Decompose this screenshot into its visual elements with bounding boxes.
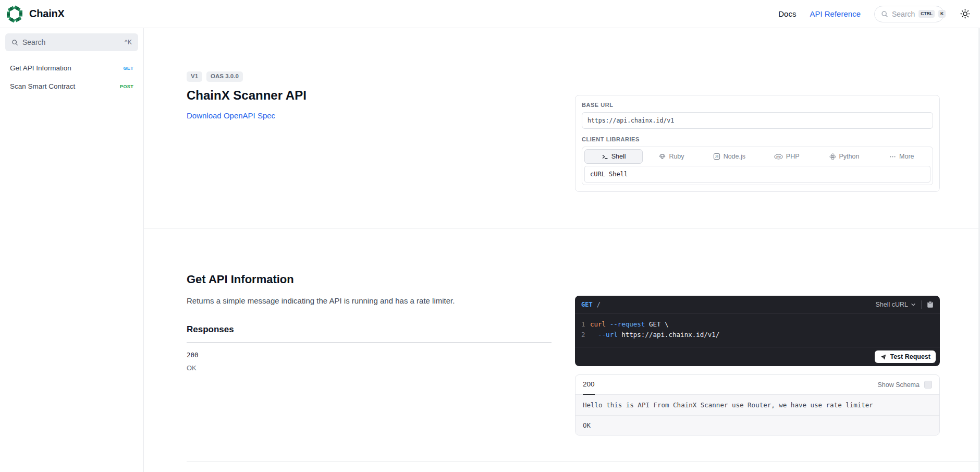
tab-label: Python [839, 153, 860, 160]
tab-php[interactable]: php PHP [758, 149, 815, 164]
method-badge-get: GET [123, 66, 133, 71]
show-schema-checkbox[interactable] [924, 381, 932, 389]
code-token: --url [590, 331, 621, 338]
code-token: https://api.chainx.id/v1/ [621, 331, 719, 338]
python-icon [829, 153, 836, 160]
response-panel-header: 200 Show Schema [575, 375, 939, 395]
sidebar-search-shortcut: ^K [125, 39, 132, 46]
server-card: BASE URL https://api.chainx.id/v1 CLIENT… [575, 95, 940, 192]
svg-text:JS: JS [715, 155, 718, 158]
sidebar-nav: Get API Information GET Scan Smart Contr… [5, 59, 138, 95]
sidebar-search[interactable]: Search ^K [5, 33, 138, 51]
line-number: 1 [581, 319, 590, 330]
chevron-down-icon [911, 302, 916, 307]
next-section-divider [187, 462, 980, 462]
language-selector[interactable]: Shell cURL [875, 301, 916, 308]
terminal-icon [602, 153, 608, 160]
request-method: GET [581, 301, 593, 308]
base-url-input[interactable]: https://api.chainx.id/v1 [582, 112, 933, 129]
kbd-k: K [938, 10, 946, 18]
code-block[interactable]: 1curl --request GET \ 2 --url https://ap… [575, 313, 940, 347]
request-example-footer: Test Request [575, 347, 940, 366]
version-badge: V1 [187, 71, 202, 82]
client-library-example[interactable]: cURL Shell [584, 166, 930, 183]
spec-badges: V1 OAS 3.0.0 [187, 71, 552, 82]
clipboard-icon [927, 301, 934, 308]
download-openapi-link[interactable]: Download OpenAPI Spec [187, 111, 275, 120]
tab-python[interactable]: Python [815, 149, 873, 164]
response-status-text: OK [575, 416, 939, 435]
header-search[interactable]: Search CTRL K [874, 6, 944, 22]
operation-left: Get API Information Returns a simple mes… [187, 228, 552, 435]
tab-label: PHP [786, 153, 800, 160]
svg-text:php: php [776, 155, 781, 158]
tab-ruby[interactable]: Ruby [643, 149, 700, 164]
tab-shell[interactable]: Shell [584, 149, 643, 164]
client-libraries-label: CLIENT LIBRARIES [582, 136, 933, 142]
main-content: V1 OAS 3.0.0 ChainX Scanner API Download… [144, 28, 980, 472]
nodejs-icon: JS [713, 153, 720, 160]
app-header: ChainX Docs API Reference Search CTRL K [0, 0, 980, 28]
code-token: --request [610, 320, 649, 328]
line-number: 2 [581, 330, 590, 340]
request-example-card: GET / Shell cURL [575, 296, 940, 366]
sidebar-item-scan-smart-contract[interactable]: Scan Smart Contract POST [5, 78, 138, 95]
response-description: OK [187, 364, 552, 372]
operation-section: Get API Information Returns a simple mes… [144, 228, 980, 435]
tab-label: Shell [611, 153, 626, 160]
nav-api-reference[interactable]: API Reference [810, 9, 861, 18]
paper-plane-icon [880, 354, 887, 360]
language-selector-label: Shell cURL [875, 301, 908, 308]
header-nav: Docs API Reference Search CTRL K [778, 6, 972, 22]
tab-label: Node.js [724, 153, 745, 160]
sidebar-item-get-api-information[interactable]: Get API Information GET [5, 59, 138, 77]
show-schema-control: Show Schema [877, 381, 932, 389]
client-library-tabs: Shell Ruby JS [584, 149, 930, 164]
chainx-logo-icon [5, 5, 24, 23]
responses-heading: Responses [187, 324, 552, 343]
brand-name: ChainX [29, 8, 65, 20]
tab-nodejs[interactable]: JS Node.js [701, 149, 758, 164]
operation-title: Get API Information [187, 273, 552, 286]
tab-more[interactable]: More [873, 149, 930, 164]
code-token: GET \ [649, 320, 669, 328]
header-search-placeholder: Search [892, 10, 915, 18]
sidebar-item-label: Scan Smart Contract [10, 82, 75, 90]
response-code: 200 [187, 351, 552, 359]
ellipsis-icon [889, 153, 896, 160]
client-libraries: Shell Ruby JS [582, 147, 933, 185]
copy-button[interactable] [927, 301, 934, 308]
sidebar-search-placeholder: Search [22, 38, 45, 46]
test-request-label: Test Request [890, 353, 930, 360]
intro-right: BASE URL https://api.chainx.id/v1 CLIENT… [575, 28, 940, 228]
intro-section: V1 OAS 3.0.0 ChainX Scanner API Download… [144, 28, 980, 228]
header-divider [921, 300, 922, 309]
ruby-gem-icon [659, 153, 666, 160]
oas-badge: OAS 3.0.0 [206, 71, 243, 82]
intro-left: V1 OAS 3.0.0 ChainX Scanner API Download… [187, 28, 552, 228]
theme-toggle-button[interactable] [959, 7, 972, 20]
method-badge-post: POST [120, 84, 133, 89]
kbd-ctrl: CTRL [918, 10, 935, 18]
app-root: ChainX Docs API Reference Search CTRL K [0, 0, 980, 472]
search-icon [881, 10, 888, 18]
tab-label: Ruby [669, 153, 684, 160]
nav-docs[interactable]: Docs [778, 9, 796, 18]
response-tab-200[interactable]: 200 [583, 375, 595, 395]
php-icon: php [774, 154, 783, 160]
sidebar-item-label: Get API Information [10, 64, 71, 72]
brand[interactable]: ChainX [5, 5, 65, 23]
response-body-text: Hello this is API From ChainX Scanner us… [575, 395, 939, 416]
code-token: curl [590, 320, 610, 328]
response-panel: 200 Show Schema Hello this is API From C… [575, 374, 940, 435]
show-schema-label: Show Schema [877, 381, 920, 389]
sidebar: Search ^K Get API Information GET Scan S… [0, 28, 144, 472]
request-example-header: GET / Shell cURL [575, 296, 940, 313]
test-request-button[interactable]: Test Request [875, 350, 936, 363]
page-body: Search ^K Get API Information GET Scan S… [0, 28, 980, 472]
search-icon [11, 39, 18, 46]
base-url-label: BASE URL [582, 102, 933, 108]
operation-description: Returns a simple message indicating the … [187, 295, 552, 307]
request-path: / [597, 301, 601, 308]
page-title: ChainX Scanner API [187, 88, 552, 103]
